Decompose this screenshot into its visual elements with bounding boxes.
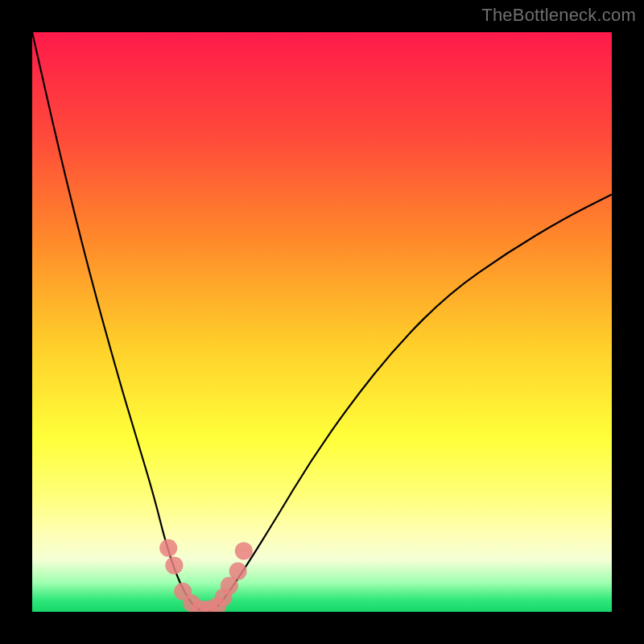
marker-group — [159, 539, 253, 612]
marker-point — [229, 563, 247, 580]
marker-point — [235, 542, 253, 559]
marker-point — [165, 556, 183, 574]
bottleneck-curve — [32, 32, 612, 612]
chart-overlay — [32, 32, 612, 612]
chart-frame: TheBottleneck.com — [0, 0, 644, 644]
plot-area — [32, 32, 612, 612]
marker-point — [159, 539, 177, 557]
watermark-label: TheBottleneck.com — [481, 5, 636, 26]
